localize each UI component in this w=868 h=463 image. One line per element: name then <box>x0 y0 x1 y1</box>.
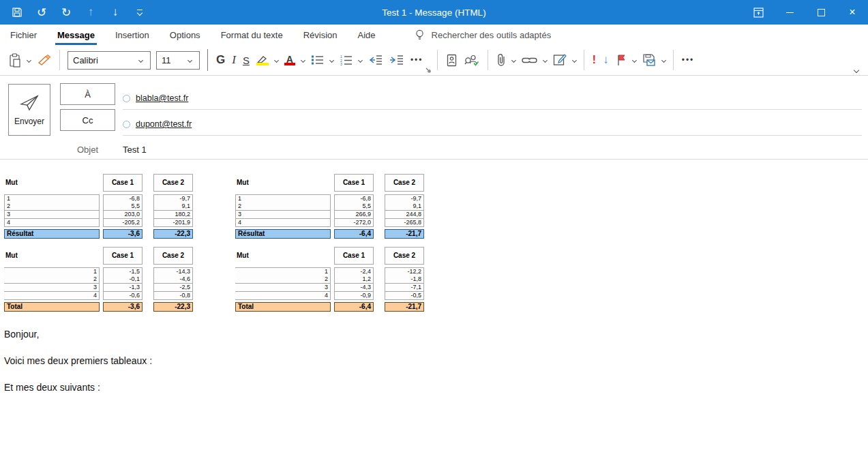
high-importance-button[interactable]: ! <box>589 49 600 71</box>
table-cell: 4 <box>235 219 331 227</box>
attach-file-dropdown-icon[interactable] <box>511 57 515 62</box>
format-painter-icon[interactable] <box>33 49 55 71</box>
font-size-value: 11 <box>162 55 171 65</box>
highlight-dropdown-icon[interactable] <box>274 57 279 62</box>
table-cell: 266,9 <box>334 211 374 219</box>
font-color-button[interactable]: A <box>281 49 299 71</box>
table-row: 2-0,1-4,6 <box>4 275 193 284</box>
undo-icon[interactable]: ↺ <box>34 5 49 20</box>
highlight-button[interactable] <box>253 49 272 71</box>
save-icon[interactable] <box>10 5 25 20</box>
italic-button[interactable]: I <box>228 49 239 71</box>
subject-row[interactable]: Objet Test 1 <box>0 142 868 160</box>
table-cell: -0,1 <box>103 275 143 284</box>
table-cell <box>374 229 385 239</box>
more-commands-button[interactable]: ••• <box>678 49 698 71</box>
check-names-icon[interactable] <box>461 49 483 71</box>
follow-up-dropdown-icon[interactable] <box>632 57 637 62</box>
move-up-icon[interactable]: ↑ <box>83 5 98 20</box>
save-sent-dropdown-icon[interactable] <box>661 57 666 62</box>
tab-revision[interactable]: Révision <box>293 25 348 45</box>
table-header-row: MutCase 1Case 2 <box>235 247 424 265</box>
table-row: 4-0,9-0,5 <box>235 292 424 300</box>
tell-me-search[interactable]: Rechercher des outils adaptés <box>415 29 552 41</box>
collapse-ribbon-icon[interactable] <box>852 68 861 72</box>
font-color-dropdown-icon[interactable] <box>301 57 305 62</box>
paste-dropdown-icon[interactable] <box>27 57 31 62</box>
more-formatting-button[interactable]: ••• <box>407 49 427 71</box>
address-book-icon[interactable] <box>443 49 461 71</box>
table-cell: -14,3 <box>153 267 193 275</box>
bold-button[interactable]: G <box>213 49 228 71</box>
to-recipient[interactable]: blabla@test.fr <box>136 93 188 103</box>
table-footer-cell: Total <box>4 302 100 312</box>
tab-format-du-texte[interactable]: Format du texte <box>211 25 293 45</box>
font-name-combo[interactable]: Calibri <box>68 51 151 70</box>
table-header-cell: Mut <box>235 174 331 192</box>
redo-icon[interactable]: ↻ <box>59 5 74 20</box>
table-cell: 3 <box>4 211 100 219</box>
table-footer-cell: -6,4 <box>334 229 374 239</box>
bullet-list-dropdown-icon[interactable] <box>329 57 334 62</box>
table-cell <box>374 247 385 265</box>
table-cell: 1,2 <box>334 275 374 284</box>
tell-me-search-label: Rechercher des outils adaptés <box>432 30 552 40</box>
recipient-avatar-icon <box>123 121 130 128</box>
link-dropdown-icon[interactable] <box>542 57 547 62</box>
follow-up-flag-icon[interactable] <box>612 49 630 71</box>
move-down-icon[interactable]: ↓ <box>108 5 123 20</box>
table-cell: -1,5 <box>103 267 143 275</box>
tab-message[interactable]: Message <box>47 25 105 45</box>
message-body[interactable]: MutCase 1Case 21-6,8-9,725,59,13203,0180… <box>0 160 868 463</box>
underline-button[interactable]: S <box>239 49 253 71</box>
recipient-avatar-icon <box>123 95 130 102</box>
numbered-list-dropdown-icon[interactable] <box>358 57 363 62</box>
table-cell: -4,3 <box>334 284 374 292</box>
signature-icon[interactable] <box>550 49 570 71</box>
to-button[interactable]: À <box>60 83 115 105</box>
table-row: 3-4,3-7,1 <box>235 284 424 292</box>
paste-button[interactable] <box>5 49 25 71</box>
bullet-list-button[interactable] <box>308 49 327 71</box>
cc-button[interactable]: Cc <box>60 109 115 131</box>
table-cell: -1,3 <box>103 284 143 292</box>
numbered-list-button[interactable]: 123 <box>336 49 356 71</box>
ribbon-display-options-icon[interactable] <box>743 0 774 25</box>
greeting-text: Bonjour, <box>4 329 868 340</box>
send-button[interactable]: Envoyer <box>8 84 50 136</box>
table-row: 1-2,4-12,2 <box>235 267 424 275</box>
send-icon <box>19 93 40 111</box>
table-cell <box>143 302 153 312</box>
svg-text:3: 3 <box>340 62 342 65</box>
table-cell: 2 <box>4 203 100 211</box>
cc-recipient[interactable]: dupont@test.fr <box>136 119 192 129</box>
subject-label: Objet <box>77 145 98 155</box>
table-cell <box>143 284 153 292</box>
attach-file-icon[interactable] <box>493 49 509 71</box>
decrease-indent-button[interactable] <box>365 49 386 71</box>
signature-dropdown-icon[interactable] <box>571 57 576 62</box>
table-row: 3266,9244,8 <box>235 211 424 219</box>
subject-value[interactable]: Test 1 <box>123 145 147 155</box>
window-controls: × <box>743 0 868 25</box>
to-field[interactable]: blabla@test.fr <box>123 87 862 110</box>
font-size-combo[interactable]: 11 <box>156 51 200 70</box>
table-cell: 9,1 <box>385 203 424 211</box>
tab-options[interactable]: Options <box>160 25 211 45</box>
close-button[interactable]: × <box>837 0 868 25</box>
tab-aide[interactable]: Aide <box>348 25 386 45</box>
table-row: 25,59,1 <box>235 203 424 211</box>
save-sent-item-icon[interactable] <box>639 49 659 71</box>
tab-insertion[interactable]: Insertion <box>105 25 160 45</box>
low-importance-button[interactable]: ↓ <box>599 49 612 71</box>
customize-quick-access-icon[interactable] <box>132 5 147 20</box>
quick-access-toolbar: ↺ ↻ ↑ ↓ <box>0 5 147 20</box>
cc-field[interactable]: dupont@test.fr <box>123 113 862 136</box>
toolbar-divider <box>207 49 208 71</box>
table-header-cell: Case 1 <box>103 247 143 265</box>
maximize-button[interactable] <box>805 0 837 25</box>
increase-indent-button[interactable] <box>386 49 407 71</box>
minimize-button[interactable] <box>774 0 805 25</box>
tab-fichier[interactable]: Fichier <box>0 25 47 45</box>
link-icon[interactable] <box>518 49 541 71</box>
